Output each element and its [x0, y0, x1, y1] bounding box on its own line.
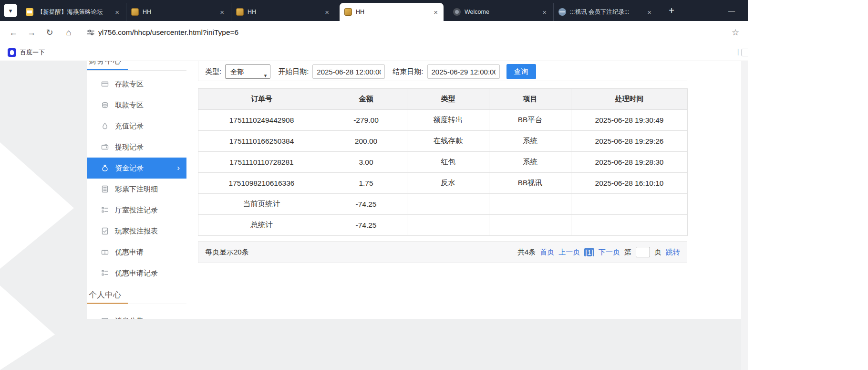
table-cell: 1751110110728281 [198, 152, 325, 173]
tab-close-icon[interactable]: × [646, 8, 652, 16]
jump-link[interactable]: 跳转 [666, 248, 680, 257]
bookmark-star-icon[interactable]: ☆ [729, 26, 742, 39]
page-jump-input[interactable] [636, 247, 650, 257]
table-cell: BB平台 [489, 110, 571, 131]
end-date-input[interactable] [427, 64, 500, 79]
address-bar[interactable]: yl756.com/hhcp/usercenter.html?iniType=6 [98, 21, 238, 44]
table-cell: 在线存款 [407, 131, 489, 152]
table-cell [407, 194, 489, 215]
table-cell [571, 194, 688, 215]
tab-title: HH [356, 9, 429, 15]
table-cell: 总统计 [198, 215, 325, 236]
column-header-time: 处理时间 [571, 89, 688, 110]
droplet-icon [101, 122, 109, 130]
table-cell [489, 215, 571, 236]
chevron-right-icon: › [177, 163, 180, 173]
baidu-icon [8, 48, 16, 57]
column-header-type: 类型 [407, 89, 489, 110]
usercenter-panel: 财务中心 存款专区 取款专区 [87, 61, 741, 319]
tab-close-icon[interactable]: × [324, 8, 330, 16]
start-date-input[interactable] [312, 64, 385, 79]
browser-tab-5[interactable]: Welcome × [448, 3, 552, 21]
table-cell: 2025-06-28 19:30:49 [571, 110, 688, 131]
sidebar-item-room-bet-records[interactable]: 厅室投注记录 [87, 200, 186, 221]
table-row: 1751098210616336 1.75 反水 BB视讯 2025-06-28… [198, 173, 688, 194]
minimize-button[interactable]: — [721, 3, 742, 18]
type-select[interactable]: 全部 ▾ [225, 64, 270, 79]
sidebar-item-promo-apply[interactable]: 优惠申请 [87, 242, 186, 263]
browser-tab-6[interactable]: :::视讯 会员下注纪录::: × [553, 3, 657, 21]
sidebar-item-label: 资金记录 [115, 164, 144, 173]
table-cell: -74.25 [325, 194, 407, 215]
browser-tab-1[interactable]: 【新提醒】海燕策略论坛 × [21, 3, 125, 21]
page-jump-post-label: 页 [654, 248, 661, 257]
globe-favicon-icon [558, 8, 566, 16]
back-icon[interactable]: ← [7, 26, 20, 39]
sidebar-item-lottery-bet-details[interactable]: 彩票下注明细 [87, 179, 186, 200]
sidebar-item-label: 玩家投注报表 [115, 227, 158, 236]
report-check-icon [101, 227, 109, 235]
sidebar-item-label: 彩票下注明细 [115, 185, 158, 194]
mail-favicon-icon [26, 8, 33, 16]
table-cell: 系统 [489, 131, 571, 152]
type-label: 类型: [205, 67, 221, 76]
ticket-icon [101, 248, 109, 256]
sidebar-item-recharge-records[interactable]: 充值记录 [87, 116, 186, 137]
sidebar-item-fund-records[interactable]: 资金记录 › [87, 158, 186, 179]
current-page-indicator: [1] [584, 248, 594, 256]
pager: 共4条 首页 上一页 [1] 下一页 第 页 跳转 [517, 247, 680, 257]
sidebar-item-promo-apply-records[interactable]: 优惠申请记录 [87, 263, 186, 284]
tab-search-button[interactable]: ▾ [4, 4, 17, 17]
sidebar-item-player-bet-report[interactable]: 玩家投注报表 [87, 221, 186, 242]
next-page-link[interactable]: 下一页 [599, 248, 620, 257]
sidebar-item-label: 提现记录 [115, 143, 144, 152]
bank-card-icon [101, 80, 109, 88]
money-bag-icon [101, 164, 109, 172]
divider [87, 304, 186, 304]
sidebar-item-deposit-zone[interactable]: 存款专区 [87, 74, 186, 95]
tab-close-icon[interactable]: × [219, 8, 225, 16]
sidebar-item-withdrawal-records[interactable]: 提现记录 [87, 137, 186, 158]
sidebar-item-label: 优惠申请记录 [115, 269, 158, 278]
table-cell: 2025-06-28 16:10:10 [571, 173, 688, 194]
per-page-label: 每页显示20条 [205, 248, 249, 257]
sidebar-item-label: 消息公告 [115, 317, 144, 319]
table-cell: 3.00 [325, 152, 407, 173]
refresh-icon[interactable]: ↻ [43, 26, 56, 39]
forward-icon[interactable]: → [25, 26, 38, 39]
type-select-value: 全部 [230, 68, 244, 75]
browser-tab-4-active[interactable]: HH × [340, 3, 444, 21]
sidebar-item-messages[interactable]: 消息公告 [87, 310, 186, 319]
side-panel-icon[interactable] [741, 49, 748, 56]
table-cell: -279.00 [325, 110, 407, 131]
wallet-icon [101, 143, 109, 151]
sidebar-item-withdraw-zone[interactable]: 取款专区 [87, 95, 186, 116]
table-cell: 1751110249442908 [198, 110, 325, 131]
prev-page-link[interactable]: 上一页 [558, 248, 580, 257]
bookmark-label: 百度一下 [20, 48, 45, 57]
scrollbar-track[interactable] [741, 61, 748, 370]
query-button[interactable]: 查询 [506, 64, 536, 79]
tab-close-icon[interactable]: × [433, 8, 439, 16]
table-cell: 反水 [407, 173, 489, 194]
table-cell [571, 215, 688, 236]
table-cell: BB视讯 [489, 173, 571, 194]
end-date-label: 结束日期: [393, 67, 423, 76]
tab-close-icon[interactable]: × [541, 8, 548, 16]
browser-tab-3[interactable]: HH × [231, 3, 335, 21]
select-arrow-icon: ▾ [264, 69, 267, 82]
hh-favicon-icon [236, 8, 244, 16]
home-icon[interactable]: ⌂ [62, 26, 75, 39]
pagination-bar: 每页显示20条 共4条 首页 上一页 [1] 下一页 第 页 跳转 [198, 241, 687, 263]
new-tab-button[interactable]: + [665, 4, 678, 17]
bookmark-baidu[interactable]: 百度一下 [5, 46, 48, 59]
sidebar-item-label: 厅室投注记录 [115, 206, 158, 215]
site-info-icon[interactable] [86, 28, 95, 37]
browser-tab-2[interactable]: HH × [126, 3, 230, 21]
table-row-page-summary: 当前页统计 -74.25 [198, 194, 688, 215]
first-page-link[interactable]: 首页 [540, 248, 554, 257]
tab-close-icon[interactable]: × [114, 8, 120, 16]
decor-triangle [0, 142, 74, 269]
table-header-row: 订单号 金额 类型 项目 处理时间 [198, 89, 688, 110]
bookmarks-bar: 百度一下 ❘ [0, 44, 748, 61]
